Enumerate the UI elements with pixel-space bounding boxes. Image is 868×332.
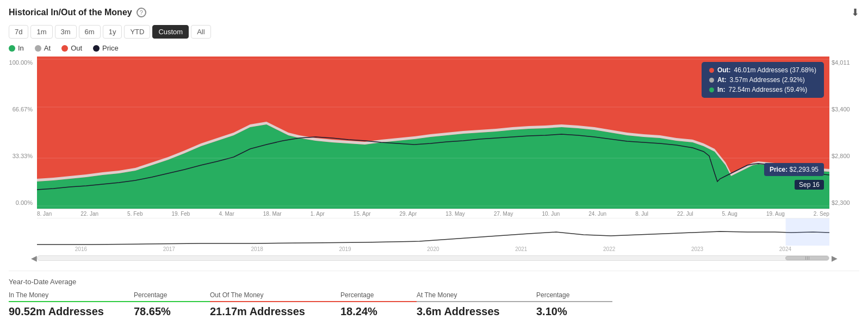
x-label-8: 29. Apr: [400, 211, 417, 217]
mini-x-2016: 2016: [75, 246, 87, 252]
legend-in-label: In: [18, 44, 24, 52]
legend-out-label: Out: [71, 44, 82, 52]
x-label-17: 2. Sep: [814, 211, 829, 217]
tooltip-out-dot: [709, 68, 714, 73]
download-icon[interactable]: ⬇: [851, 7, 859, 18]
tooltip-box: Out: 46.01m Addresses (37.68%) At: 3.57m…: [702, 62, 824, 98]
mini-x-2023: 2023: [691, 246, 703, 252]
x-label-7: 15. Apr: [354, 211, 371, 217]
price-label-4011: $4,011: [829, 59, 859, 66]
filter-1y[interactable]: 1y: [103, 25, 122, 39]
tooltip-out-value: 46.01m Addresses (37.68%): [734, 66, 816, 74]
y-label-33: 33.33%: [9, 153, 36, 159]
out-money-value: 21.17m Addresses: [210, 305, 340, 318]
mini-chart: 2016 2017 2018 2019 2020 2021 2022 2023 …: [9, 218, 859, 253]
x-axis-labels: 8. Jan 22. Jan 5. Feb 19. Feb 4. Mar 18.…: [37, 211, 829, 217]
tooltip-date: Sep 16: [799, 181, 820, 189]
out-money-col: Out Of The Money 21.17m Addresses: [210, 291, 340, 318]
at-money-col: At The Money 3.6m Addresses: [417, 291, 536, 318]
price-label-3400: $3,400: [829, 106, 859, 112]
out-percentage-header: Percentage: [340, 291, 417, 302]
legend: In At Out Price: [9, 44, 859, 52]
at-money-value: 3.6m Addresses: [417, 305, 536, 318]
in-money-header: In The Money: [9, 291, 134, 302]
x-label-11: 10. Jun: [542, 211, 560, 217]
x-label-1: 22. Jan: [80, 211, 98, 217]
x-label-4: 4. Mar: [219, 211, 234, 217]
stats-section: Year-to-Date Average In The Money 90.52m…: [9, 271, 859, 318]
mini-x-2017: 2017: [163, 246, 175, 252]
at-percentage-col: Percentage 3.10%: [536, 291, 612, 318]
filter-7d[interactable]: 7d: [9, 25, 28, 39]
tooltip-out-label: Out:: [717, 66, 731, 74]
tooltip-at-dot: [709, 78, 714, 83]
legend-in-dot: [9, 45, 15, 52]
x-label-5: 18. Mar: [263, 211, 282, 217]
x-label-15: 5. Aug: [722, 211, 737, 217]
scrollbar-row: ◀ ▶: [9, 254, 859, 262]
in-money-value: 90.52m Addresses: [9, 305, 134, 318]
tooltip-at-label: At:: [717, 76, 727, 84]
scroll-right-arrow[interactable]: ▶: [832, 254, 838, 262]
legend-price-label: Price: [102, 44, 119, 52]
svg-rect-6: [786, 218, 829, 246]
legend-at-label: At: [44, 44, 51, 52]
tooltip-at-value: 3.57m Addresses (2.92%): [730, 76, 805, 84]
in-percentage-col: Percentage 78.65%: [134, 291, 210, 318]
mini-x-2022: 2022: [603, 246, 615, 252]
scrollbar-track[interactable]: [37, 255, 829, 261]
y-label-67: 66.67%: [9, 106, 36, 112]
scroll-left-arrow[interactable]: ◀: [31, 254, 37, 262]
x-label-14: 22. Jul: [677, 211, 693, 217]
at-percentage-value: 3.10%: [536, 305, 612, 318]
in-percentage-header: Percentage: [134, 291, 210, 302]
scrollbar-thumb-handle: [786, 256, 828, 260]
mini-x-2021: 2021: [515, 246, 527, 252]
page-container: Historical In/Out of the Money ? ⬇ 7d 1m…: [0, 0, 868, 332]
legend-price: Price: [93, 44, 119, 52]
x-label-0: 8. Jan: [37, 211, 52, 217]
tooltip-in-dot: [709, 87, 714, 92]
x-label-6: 1. Apr: [311, 211, 325, 217]
header-left: Historical In/Out of the Money ?: [9, 8, 146, 17]
tooltip-price-label: Price:: [770, 166, 790, 173]
legend-at: At: [35, 44, 51, 52]
filter-custom[interactable]: Custom: [152, 25, 189, 39]
x-label-9: 13. May: [445, 211, 465, 217]
filter-all[interactable]: All: [191, 25, 210, 39]
legend-price-dot: [93, 45, 100, 52]
mini-x-2019: 2019: [339, 246, 351, 252]
header: Historical In/Out of the Money ? ⬇: [9, 7, 859, 18]
x-label-12: 24. Jun: [588, 211, 606, 217]
out-percentage-col: Percentage 18.24%: [340, 291, 417, 318]
page-title: Historical In/Out of the Money: [9, 8, 132, 17]
tooltip-out-row: Out: 46.01m Addresses (37.68%): [709, 66, 816, 74]
tooltip-date-tag: Sep 16: [795, 180, 824, 190]
mini-chart-wrapper: 2016 2017 2018 2019 2020 2021 2022 2023 …: [9, 218, 859, 253]
y-label-0: 0.00%: [9, 199, 36, 206]
legend-out-dot: [61, 45, 68, 52]
tooltip-price-value: $2,293.95: [790, 166, 819, 173]
x-label-3: 19. Feb: [171, 211, 190, 217]
filter-3m[interactable]: 3m: [55, 25, 77, 39]
chart-area: 100.00% 66.67% 33.33% 0.00%: [9, 57, 859, 262]
mini-x-labels: 2016 2017 2018 2019 2020 2021 2022 2023 …: [37, 246, 829, 252]
x-label-13: 8. Jul: [635, 211, 648, 217]
legend-in: In: [9, 44, 24, 52]
y-label-100: 100.00%: [9, 59, 36, 66]
filter-ytd[interactable]: YTD: [124, 25, 150, 39]
tooltip-price-box: Price: $2,293.95: [764, 163, 824, 176]
help-icon[interactable]: ?: [137, 8, 146, 17]
x-label-16: 19. Aug: [766, 211, 785, 217]
filter-6m[interactable]: 6m: [79, 25, 101, 39]
in-money-col: In The Money 90.52m Addresses: [9, 291, 134, 318]
ytd-label: Year-to-Date Average: [9, 278, 859, 286]
tooltip-in-row: In: 72.54m Addresses (59.4%): [709, 86, 816, 93]
scrollbar-thumb[interactable]: [785, 256, 829, 260]
in-percentage-value: 78.65%: [134, 305, 210, 318]
mini-x-2020: 2020: [427, 246, 439, 252]
legend-out: Out: [61, 44, 82, 52]
at-percentage-header: Percentage: [536, 291, 612, 302]
tooltip-at-row: At: 3.57m Addresses (2.92%): [709, 76, 816, 84]
filter-1m[interactable]: 1m: [30, 25, 52, 39]
